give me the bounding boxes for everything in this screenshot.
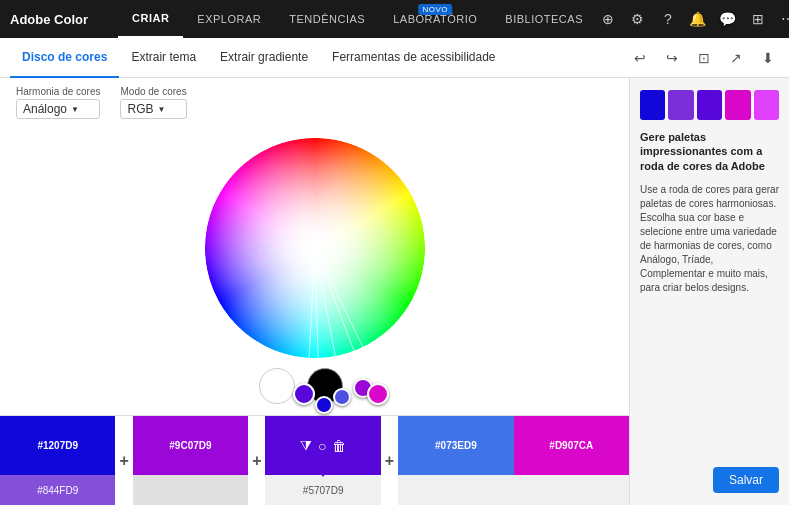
strip-2-bottom[interactable]	[133, 475, 248, 505]
strip-2-label: #9C07D9	[169, 440, 211, 451]
harmony-chevron: ▼	[71, 105, 79, 114]
harmony-select[interactable]: Análogo ▼	[16, 99, 100, 119]
preview-swatch-4[interactable]	[725, 90, 750, 120]
preview-swatch-5[interactable]	[754, 90, 779, 120]
tab-extrair-tema[interactable]: Extrair tema	[119, 38, 208, 78]
color-strip-4: #073ED9	[398, 416, 513, 505]
mode-label: Modo de cores	[120, 86, 186, 97]
settings-icon[interactable]: ⚙	[627, 8, 649, 30]
strip-4-top[interactable]: #073ED9	[398, 416, 513, 475]
mode-control: Modo de cores RGB ▼	[120, 86, 186, 119]
circle-icon[interactable]: ○	[318, 438, 326, 454]
wheel-area: ✒	[0, 127, 629, 415]
download-button[interactable]: ⬇	[757, 47, 779, 69]
strip-1-top[interactable]: #1207D9	[0, 416, 115, 475]
swatch-white[interactable]	[259, 368, 295, 404]
color-handle-center[interactable]	[293, 383, 315, 405]
nav-item-explorar[interactable]: EXPLORAR	[183, 0, 275, 38]
tab-actions: ↩ ↪ ⊡ ↗ ⬇	[629, 47, 779, 69]
strip-3-bottom[interactable]: #5707D9	[265, 475, 380, 505]
app-title: Adobe Color	[10, 12, 88, 27]
tab-disco-cores[interactable]: Disco de cores	[10, 38, 119, 78]
color-handle-1[interactable]	[315, 396, 333, 414]
color-strip-1: #1207D9 #844FD9	[0, 416, 115, 505]
harmony-control: Harmonia de cores Análogo ▼	[16, 86, 100, 119]
color-strips: #1207D9 #844FD9 + #9C07D9 +	[0, 415, 629, 505]
plus-icon-2: +	[248, 416, 265, 505]
preview-swatch-2[interactable]	[668, 90, 693, 120]
color-handle-2[interactable]	[333, 388, 351, 406]
color-strip-2: #9C07D9	[133, 416, 248, 505]
notification-icon[interactable]: 🔔	[687, 8, 709, 30]
strip-3-controls: ⧩ ○ 🗑	[300, 437, 346, 454]
mode-chevron: ▼	[158, 105, 166, 114]
apps-icon[interactable]: ⋯	[777, 8, 789, 30]
strip-1-label: #1207D9	[37, 440, 78, 451]
share-button[interactable]: ↗	[725, 47, 747, 69]
tab-acessibilidade[interactable]: Ferramentas de acessibilidade	[320, 38, 507, 78]
strip-2-top[interactable]: #9C07D9	[133, 416, 248, 475]
trash-icon[interactable]: 🗑	[332, 438, 346, 454]
color-strip-3: ⧩ ○ 🗑 #5707D9	[265, 416, 380, 505]
mode-select[interactable]: RGB ▼	[120, 99, 186, 119]
strip-1-bottom-label: #844FD9	[37, 485, 78, 496]
panel-description: Use a roda de cores para gerar paletas d…	[640, 183, 779, 295]
chat-icon[interactable]: 💬	[717, 8, 739, 30]
strip-5-top[interactable]: #D907CA	[514, 416, 629, 475]
plus-icon-1: +	[115, 416, 132, 505]
color-wheel-svg	[205, 138, 425, 358]
undo-button[interactable]: ↩	[629, 47, 651, 69]
left-panel: Harmonia de cores Análogo ▼ Modo de core…	[0, 78, 629, 505]
main-content: Harmonia de cores Análogo ▼ Modo de core…	[0, 78, 789, 505]
copy-button[interactable]: ⊡	[693, 47, 715, 69]
strip-5-bottom[interactable]	[514, 475, 629, 505]
strip-3-bottom-label: #5707D9	[303, 485, 344, 496]
preview-swatch-3[interactable]	[697, 90, 722, 120]
nav-item-tendencias[interactable]: TENDÊNCIAS	[275, 0, 379, 38]
strip-5-label: #D907CA	[549, 440, 593, 451]
save-button[interactable]: Salvar	[713, 467, 779, 493]
svg-point-6	[205, 138, 425, 358]
panel-title: Gere paletas impressionantes com a roda …	[640, 130, 779, 173]
nav-item-laboratorio[interactable]: Novo LABORATÓRIO	[379, 0, 491, 38]
strip-4-label: #073ED9	[435, 440, 477, 451]
plus-icon-3: +	[381, 416, 398, 505]
tab-extrair-gradiente[interactable]: Extrair gradiente	[208, 38, 320, 78]
sliders-icon[interactable]: ⧩	[300, 437, 312, 454]
color-handle-4[interactable]	[367, 383, 389, 405]
redo-button[interactable]: ↪	[661, 47, 683, 69]
tabs-row: Disco de cores Extrair tema Extrair grad…	[0, 38, 789, 78]
controls-row: Harmonia de cores Análogo ▼ Modo de core…	[0, 78, 629, 127]
top-navigation: Adobe Color CRIAR EXPLORAR TENDÊNCIAS No…	[0, 0, 789, 38]
help-icon[interactable]: ?	[657, 8, 679, 30]
harmony-label: Harmonia de cores	[16, 86, 100, 97]
search-icon[interactable]: ⊕	[597, 8, 619, 30]
nav-item-criar[interactable]: CRIAR	[118, 0, 183, 38]
color-wheel[interactable]	[205, 138, 425, 358]
nav-icons: ⊕ ⚙ ? 🔔 💬 ⊞ ⋯ Fazer logon	[597, 8, 789, 30]
preview-swatch-1[interactable]	[640, 90, 665, 120]
novo-badge: Novo	[418, 4, 452, 15]
strip-1-bottom[interactable]: #844FD9	[0, 475, 115, 505]
grid-icon[interactable]: ⊞	[747, 8, 769, 30]
strip-4-bottom[interactable]	[398, 475, 513, 505]
color-strip-5: #D907CA	[514, 416, 629, 505]
nav-item-bibliotecas[interactable]: BIBLIOTECAS	[491, 0, 597, 38]
right-panel: Gere paletas impressionantes com a roda …	[629, 78, 789, 505]
preview-swatches	[640, 90, 779, 120]
strip-3-top[interactable]: ⧩ ○ 🗑	[265, 416, 380, 475]
